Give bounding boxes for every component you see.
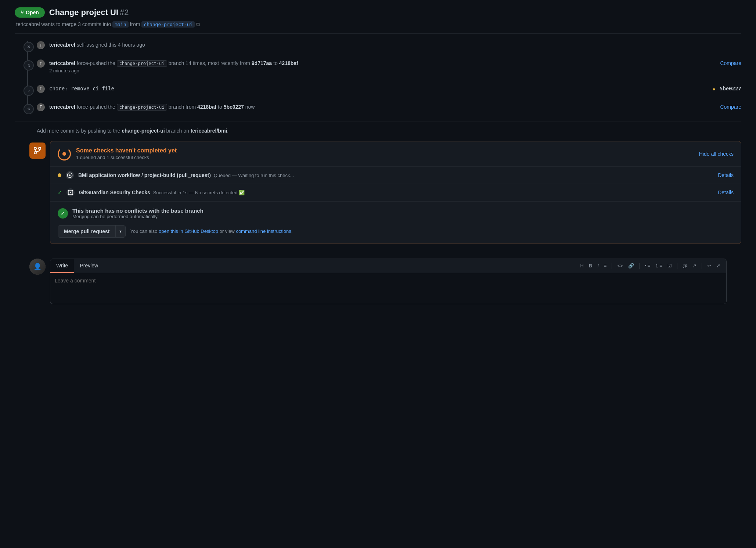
comment-tabs: Write Preview H B I ≡ <> 🔗 • ≡ 1 ≡ ☑ @	[50, 259, 726, 273]
timeline-item-assigned: ✕ T tericcabrel self-assigned this 4 hou…	[37, 41, 741, 49]
cli-link[interactable]: command line instructions	[236, 228, 291, 234]
compare-link-2[interactable]: Compare	[720, 103, 741, 111]
pr-open-badge: ⑂ Open	[15, 7, 45, 18]
push-icon: ⇅	[24, 60, 34, 71]
timeline-text-commit: chore: remove ci file ● 5be0227	[49, 85, 741, 93]
tab-write[interactable]: Write	[50, 259, 74, 273]
toolbar-task-list[interactable]: ☑	[666, 260, 673, 271]
merge-dropdown-button[interactable]: ▾	[116, 225, 126, 238]
check-status-pending	[58, 173, 61, 177]
assigned-icon: ✕	[24, 42, 34, 52]
check-item-details-2: GitGuardian Security Checks Successful i…	[79, 190, 245, 195]
pr-title: Change project UI	[49, 8, 118, 17]
timeline-text-push2: tericcabrel force-pushed the change-proj…	[49, 103, 741, 111]
check-status-success: ✓	[58, 190, 62, 195]
timeline-item-commit: ○ T chore: remove ci file ● 5be0227	[37, 85, 741, 93]
merge-check-icon: ✓	[58, 208, 68, 219]
git-pull-request-icon: ⑂	[21, 10, 24, 15]
spinner-icon	[58, 147, 71, 161]
checks-header: Some checks haven't completed yet 1 queu…	[50, 141, 741, 167]
merge-status-text: This branch has no conflicts with the ba…	[72, 208, 204, 219]
timeline-item-push2: ⇅ T tericcabrel force-pushed the change-…	[37, 103, 741, 111]
details-link-1[interactable]: Details	[718, 172, 734, 178]
git-merge-icon	[29, 143, 46, 159]
spinner-inner	[62, 152, 66, 156]
merge-pull-request-button[interactable]: Merge pull request	[58, 225, 116, 238]
avatar: T	[37, 41, 45, 49]
toolbar-mention[interactable]: @	[681, 260, 689, 271]
toolbar-undo[interactable]: ↩	[706, 260, 713, 271]
compare-link-1[interactable]: Compare	[720, 60, 741, 67]
github-desktop-link[interactable]: open this in GitHub Desktop	[159, 228, 218, 234]
push-icon-2: ⇅	[24, 104, 34, 114]
comment-input[interactable]	[50, 273, 726, 303]
timeline-text-assigned: tericcabrel self-assigned this 4 hours a…	[49, 41, 145, 49]
checks-title: Some checks haven't completed yet	[76, 147, 177, 154]
commit-icon: ○	[24, 86, 34, 96]
avatar: T	[37, 60, 45, 68]
base-branch-tag[interactable]: main	[112, 21, 128, 28]
comment-box: Write Preview H B I ≡ <> 🔗 • ≡ 1 ≡ ☑ @	[50, 259, 727, 304]
toolbar-ref[interactable]: ↗	[691, 260, 698, 271]
checks-box: Some checks haven't completed yet 1 queu…	[50, 141, 741, 244]
svg-point-0	[34, 147, 36, 149]
pr-header: ⑂ Open Change project UI #2	[15, 0, 741, 21]
gitguardian-icon	[66, 188, 75, 197]
hide-all-checks-button[interactable]: Hide all checks	[699, 151, 734, 157]
pr-number: #2	[120, 8, 129, 17]
checks-title-group: Some checks haven't completed yet 1 queu…	[76, 147, 177, 160]
checks-header-left: Some checks haven't completed yet 1 queu…	[58, 147, 177, 161]
merge-status: ✓ This branch has no conflicts with the …	[58, 208, 734, 219]
toolbar-bold[interactable]: B	[587, 260, 594, 271]
comment-section: 👤 Write Preview H B I ≡ <> 🔗 • ≡ 1 ≡ ☑	[15, 251, 741, 311]
head-branch-tag[interactable]: change-project-ui	[141, 21, 195, 28]
toolbar-heading[interactable]: H	[579, 260, 585, 271]
toolbar-divider-3	[677, 263, 677, 269]
merge-actions: Merge pull request ▾ You can also open t…	[58, 225, 734, 238]
tab-preview[interactable]: Preview	[74, 259, 104, 273]
timeline-item-push1: ⇅ T tericcabrel force-pushed the change-…	[37, 60, 741, 75]
toolbar-code[interactable]: <>	[616, 260, 624, 271]
pr-subtitle: tericcabrel wants to merge 3 commits int…	[15, 21, 741, 28]
check-item-details-1: BMI application workflow / project-build…	[78, 172, 294, 178]
toolbar-unordered-list[interactable]: • ≡	[643, 260, 652, 271]
avatar: T	[37, 85, 45, 93]
svg-point-1	[39, 147, 41, 149]
svg-point-7	[70, 192, 71, 193]
toolbar-link[interactable]: 🔗	[627, 260, 636, 271]
toolbar-italic[interactable]: I	[596, 260, 600, 271]
toolbar-list[interactable]: ≡	[602, 260, 608, 271]
check-item-gitguardian: ✓ GitGuardian Security Checks Successful…	[50, 184, 741, 201]
timeline-text-push1: tericcabrel force-pushed the change-proj…	[49, 60, 741, 75]
details-link-2[interactable]: Details	[718, 190, 734, 195]
merge-btn-group: Merge pull request ▾	[58, 225, 126, 238]
merge-info: You can also open this in GitHub Desktop…	[130, 228, 292, 234]
svg-point-5	[69, 174, 71, 176]
toolbar-divider-2	[639, 263, 640, 269]
checks-subtitle: 1 queued and 1 successful checks	[76, 155, 177, 160]
checks-section: Some checks haven't completed yet 1 queu…	[15, 141, 741, 244]
copy-icon[interactable]: ⧉	[196, 21, 200, 27]
toolbar-ordered-list[interactable]: 1 ≡	[654, 260, 663, 271]
pr-status-label: Open	[26, 10, 39, 15]
toolbar-fullscreen[interactable]: ⤢	[715, 260, 722, 271]
toolbar-divider-1	[612, 263, 612, 269]
github-actions-icon	[66, 171, 74, 179]
branch-info: Add more commits by pushing to the chang…	[15, 128, 741, 134]
check-item-bmi-workflow: BMI application workflow / project-build…	[50, 167, 741, 184]
commenter-avatar: 👤	[29, 259, 46, 275]
toolbar-divider-4	[702, 263, 702, 269]
timeline: ✕ T tericcabrel self-assigned this 4 hou…	[15, 41, 741, 111]
merge-section: ✓ This branch has no conflicts with the …	[50, 201, 741, 244]
avatar: T	[37, 103, 45, 111]
comment-toolbar: H B I ≡ <> 🔗 • ≡ 1 ≡ ☑ @ ↗ ↩ ⤢	[574, 259, 726, 273]
